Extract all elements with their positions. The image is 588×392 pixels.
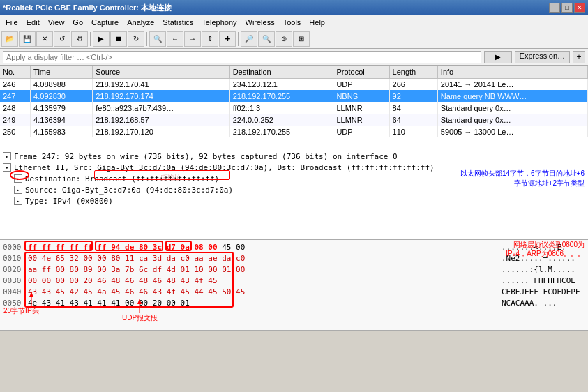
toolbar-start-capture[interactable]: ▶ xyxy=(93,31,110,47)
hex-offset: 0040 xyxy=(3,287,28,296)
filter-expression-button[interactable]: Expression… xyxy=(515,51,570,63)
packet-cell-dst: 218.192.170.255 xyxy=(229,90,333,102)
hex-bytes: 4e 43 41 43 41 41 41 00 00 20 00 01 xyxy=(28,299,502,308)
toolbar-resize[interactable]: ⊞ xyxy=(293,31,310,47)
main-container: No. Time Source Destination Protocol Len… xyxy=(0,66,588,392)
hex-dump[interactable]: 0000ff ff ff ff ff ff 94 de 80 3c d7 0a … xyxy=(0,240,588,331)
col-destination: Destination xyxy=(229,66,333,78)
toolbar-find[interactable]: 🔍 xyxy=(149,31,166,47)
maximize-button[interactable]: □ xyxy=(561,3,573,13)
menu-edit[interactable]: Edit xyxy=(22,17,44,28)
menu-tools[interactable]: Tools xyxy=(279,17,306,28)
hex-row: 003000 00 00 00 20 46 48 46 48 46 48 43 … xyxy=(3,275,585,286)
packet-cell-no: 249 xyxy=(0,114,31,126)
toolbar-save[interactable]: 💾 xyxy=(19,31,36,47)
packet-detail[interactable]: ▸Frame 247: 92 bytes on wire (736 bits),… xyxy=(0,149,588,240)
close-button[interactable]: ✕ xyxy=(574,3,585,13)
toolbar-stop-capture[interactable]: ⏹ xyxy=(110,31,127,47)
packet-cell-time: 4.136394 xyxy=(31,114,93,126)
col-length: Length xyxy=(389,66,437,78)
hex-ascii: .Ne2.....=...... xyxy=(502,254,585,263)
packet-cell-no: 250 xyxy=(0,126,31,137)
packet-row[interactable]: 2464.088988218.192.170.41234.123.12.1UDP… xyxy=(0,78,588,90)
hex-ascii: ...... FHFHFHCOE xyxy=(502,276,585,285)
expand-icon[interactable]: ▾ xyxy=(3,163,11,172)
toolbar-zoom-out[interactable]: 🔍 xyxy=(258,31,275,47)
packet-cell-info: 20141 → 20141 Le… xyxy=(437,78,587,90)
expand-icon[interactable]: ▸ xyxy=(14,174,22,183)
title-bar: *Realtek PCIe GBE Family Controller: 本地连… xyxy=(0,0,588,15)
packet-cell-proto: UDP xyxy=(333,78,389,90)
packet-list[interactable]: No. Time Source Destination Protocol Len… xyxy=(0,66,588,149)
menu-go[interactable]: Go xyxy=(68,17,87,28)
packet-cell-len: 110 xyxy=(389,126,437,137)
detail-row[interactable]: ▸Frame 247: 92 bytes on wire (736 bits),… xyxy=(0,151,588,162)
packet-row[interactable]: 2494.136394218.192.168.57224.0.0.252LLMN… xyxy=(0,114,588,126)
toolbar-close[interactable]: ✕ xyxy=(36,31,53,47)
hex-bytes: 43 43 45 42 45 4a 45 46 46 43 4f 45 44 4… xyxy=(28,287,502,296)
detail-text: Frame 247: 92 bytes on wire (736 bits), … xyxy=(14,152,398,161)
hex-offset: 0010 xyxy=(3,254,28,263)
toolbar-sep1 xyxy=(90,32,91,46)
col-source: Source xyxy=(93,66,229,78)
packet-cell-time: 4.092830 xyxy=(31,90,93,102)
hex-ascii: ......:{l.M..... xyxy=(502,265,585,274)
detail-row[interactable]: ▾Ethernet II, Src: Giga-Byt_3c:d7:0a (94… xyxy=(0,162,588,173)
detail-row[interactable]: ▸Destination: Broadcast (ff:ff:ff:ff:ff:… xyxy=(0,173,588,184)
menu-file[interactable]: File xyxy=(1,17,22,28)
toolbar-restart-capture[interactable]: ↻ xyxy=(128,31,144,47)
menu-wireless[interactable]: Wireless xyxy=(241,17,279,28)
filter-apply-button[interactable]: ▶ xyxy=(484,51,512,63)
menu-help[interactable]: Help xyxy=(305,17,329,28)
hex-offset: 0030 xyxy=(3,276,28,285)
packet-cell-proto: NBNS xyxy=(333,90,389,102)
packet-cell-no: 248 xyxy=(0,102,31,114)
toolbar-zoom-in[interactable]: 🔎 xyxy=(241,31,257,47)
detail-text: Ethernet II, Src: Giga-Byt_3c:d7:0a (94:… xyxy=(14,163,435,172)
toolbar-reload[interactable]: ↺ xyxy=(54,31,70,47)
filter-add-button[interactable]: + xyxy=(573,51,585,63)
toolbar-back[interactable]: ← xyxy=(167,31,183,47)
packet-cell-len: 92 xyxy=(389,90,437,102)
hex-rows: 0000ff ff ff ff ff ff 94 de 80 3c d7 0a … xyxy=(3,241,585,308)
expand-icon[interactable]: ▸ xyxy=(3,152,11,160)
toolbar-scroll[interactable]: ⇕ xyxy=(202,31,218,47)
expand-icon[interactable]: ▸ xyxy=(14,186,22,194)
packet-row[interactable]: 2484.135979fe80::a923:a7b7:439…ff02::1:3… xyxy=(0,102,588,114)
packet-cell-info: Standard query 0x… xyxy=(437,114,587,126)
col-no: No. xyxy=(0,66,31,78)
menu-view[interactable]: View xyxy=(44,17,69,28)
toolbar-zoom-reset[interactable]: ⊙ xyxy=(276,31,292,47)
detail-text: Destination: Broadcast (ff:ff:ff:ff:ff:f… xyxy=(25,174,219,183)
hex-row: 00504e 43 41 43 41 41 41 00 00 20 00 01 … xyxy=(3,297,585,308)
expand-icon[interactable]: ▸ xyxy=(14,197,22,205)
toolbar-mark[interactable]: ✚ xyxy=(219,31,236,47)
annotation-udp: UDP报文段 xyxy=(122,313,158,323)
toolbar-sep3 xyxy=(238,32,239,46)
packet-cell-len: 64 xyxy=(389,114,437,126)
packet-list-wrapper: No. Time Source Destination Protocol Len… xyxy=(0,66,588,149)
hex-row: 0000ff ff ff ff ff ff 94 de 80 3c d7 0a … xyxy=(3,241,585,252)
toolbar-sep2 xyxy=(146,32,147,46)
detail-row[interactable]: ▸Source: Giga-Byt_3c:d7:0a (94:de:80:3c:… xyxy=(0,184,588,195)
menu-capture[interactable]: Capture xyxy=(87,17,123,28)
filter-input[interactable] xyxy=(3,51,481,63)
toolbar-open[interactable]: 📂 xyxy=(1,31,18,47)
packet-table-body: 2464.088988218.192.170.41234.123.12.1UDP… xyxy=(0,78,588,137)
menu-telephony[interactable]: Telephony xyxy=(197,17,241,28)
toolbar-capture-opts[interactable]: ⚙ xyxy=(71,31,88,47)
packet-cell-no: 246 xyxy=(0,78,31,90)
col-time: Time xyxy=(31,66,93,78)
detail-row[interactable]: ▸Type: IPv4 (0x0800) xyxy=(0,195,588,206)
hex-row: 004043 43 45 42 45 4a 45 46 46 43 4f 45 … xyxy=(3,286,585,297)
toolbar-fwd[interactable]: → xyxy=(184,31,201,47)
packet-row[interactable]: 2474.092830218.192.170.174218.192.170.25… xyxy=(0,90,588,102)
hex-offset: 0050 xyxy=(3,299,28,308)
packet-row[interactable]: 2504.155983218.192.170.120218.192.170.25… xyxy=(0,126,588,137)
packet-cell-info: Standard query 0x… xyxy=(437,102,587,114)
minimize-button[interactable]: ─ xyxy=(549,3,560,13)
menu-statistics[interactable]: Statistics xyxy=(158,17,197,28)
menu-analyze[interactable]: Analyze xyxy=(123,17,158,28)
hex-row: 001000 4e 65 32 00 00 80 11 ca 3d da c0 … xyxy=(3,252,585,264)
hex-bytes: 00 4e 65 32 00 00 80 11 ca 3d da c0 aa a… xyxy=(28,254,502,263)
